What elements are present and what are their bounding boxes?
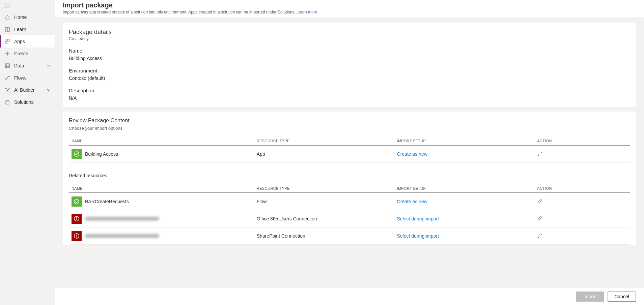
created-by-label: Created by [69, 36, 630, 41]
package-details-card: Package details Created by Name Building… [63, 23, 636, 107]
name-label: Name [69, 48, 630, 54]
review-title: Review Package Content [69, 118, 630, 124]
resource-type: Office 365 Users Connection [254, 210, 394, 227]
svg-rect-6 [8, 39, 10, 41]
svg-point-24 [74, 199, 79, 204]
edit-action-button[interactable] [537, 234, 542, 239]
sidebar-item-label: Create [14, 51, 28, 56]
sidebar-item-label: AI Builder [14, 87, 35, 93]
svg-point-19 [7, 91, 8, 92]
col-action: ACTION [534, 137, 630, 145]
resource-type: Flow [254, 193, 394, 210]
review-subtitle: Choose your import options. [69, 126, 630, 131]
svg-rect-7 [5, 42, 7, 44]
flow-icon [5, 75, 10, 81]
cancel-button[interactable]: Cancel [608, 292, 636, 302]
svg-line-20 [6, 89, 7, 91]
table-row: BARCreateRequests Flow Create as new [69, 193, 630, 210]
svg-rect-10 [5, 64, 9, 68]
resource-type: SharePoint Connection [254, 227, 394, 245]
sidebar-item-flows[interactable]: Flows [0, 72, 55, 84]
ai-icon [5, 87, 10, 93]
sidebar-item-solutions[interactable]: Solutions [0, 96, 55, 108]
page-header: Import package Import canvas app created… [55, 0, 644, 17]
table-row: SharePoint Connection Select during impo… [69, 227, 630, 245]
sidebar-item-label: Flows [14, 75, 27, 81]
chevron-down-icon [46, 63, 51, 68]
sidebar-item-home[interactable]: Home [0, 11, 55, 23]
chevron-down-icon [46, 87, 51, 93]
import-setup-link[interactable]: Select during import [397, 216, 439, 221]
sidebar-item-label: Apps [14, 39, 25, 44]
sidebar: Home Learn Apps Create Data Flows AI Bui… [0, 0, 55, 305]
redacted-name [85, 217, 159, 221]
page-title: Import package [63, 1, 636, 9]
svg-line-21 [7, 89, 9, 91]
sidebar-item-ai-builder[interactable]: AI Builder [0, 84, 55, 96]
learn-more-link[interactable]: Learn more [297, 10, 317, 14]
table-row: Office 365 Users Connection Select durin… [69, 210, 630, 227]
home-icon [5, 14, 10, 20]
svg-rect-22 [6, 101, 9, 104]
environment-label: Environment [69, 68, 630, 73]
sidebar-item-label: Learn [14, 27, 26, 32]
sidebar-item-apps[interactable]: Apps [0, 35, 55, 48]
book-icon [5, 27, 10, 32]
col-action: ACTION [534, 184, 630, 193]
status-error-icon [72, 214, 82, 224]
status-error-icon [72, 231, 82, 241]
svg-point-30 [77, 237, 77, 237]
description-value: N/A [69, 95, 630, 101]
edit-action-button[interactable] [537, 217, 542, 222]
resource-name: BARCreateRequests [85, 199, 129, 204]
col-name: NAME [69, 137, 254, 145]
svg-point-15 [5, 79, 6, 80]
import-setup-link[interactable]: Create as new [397, 151, 427, 157]
sidebar-item-label: Home [14, 14, 27, 20]
sidebar-item-label: Solutions [14, 99, 34, 105]
sidebar-item-data[interactable]: Data [0, 60, 55, 72]
import-setup-link[interactable]: Select during import [397, 233, 439, 239]
col-type: RESOURCE TYPE [254, 137, 394, 145]
plus-icon [5, 51, 10, 56]
sidebar-item-learn[interactable]: Learn [0, 23, 55, 35]
svg-point-17 [5, 88, 7, 89]
environment-value: Contoso (default) [69, 75, 630, 81]
resource-type: App [254, 145, 394, 163]
svg-point-23 [74, 152, 79, 156]
edit-action-button[interactable] [537, 200, 542, 205]
svg-rect-5 [5, 39, 7, 41]
svg-point-27 [77, 220, 77, 220]
solutions-icon [5, 99, 10, 105]
status-ok-icon [72, 149, 82, 159]
hamburger-button[interactable] [0, 0, 55, 11]
edit-action-button[interactable] [537, 152, 542, 157]
content-area: Package details Created by Name Building… [55, 17, 644, 287]
import-setup-link[interactable]: Create as new [397, 199, 427, 204]
page-subtitle: Import canvas app created outside of a s… [63, 10, 636, 14]
related-resources-label: Related resources [69, 173, 636, 178]
sidebar-item-label: Data [14, 63, 24, 68]
footer-bar: Import Cancel [55, 287, 644, 305]
main: Import package Import canvas app created… [55, 0, 644, 305]
svg-point-16 [8, 76, 10, 77]
import-button[interactable]: Import [576, 292, 604, 302]
table-row: Building Access App Create as new [69, 145, 630, 163]
col-type: RESOURCE TYPE [254, 184, 394, 193]
package-details-title: Package details [69, 29, 630, 36]
review-package-card: Review Package Content Choose your impor… [63, 112, 636, 245]
data-icon [5, 63, 10, 68]
apps-icon [5, 39, 10, 44]
name-value: Building Access [69, 56, 630, 61]
menu-icon [4, 3, 10, 7]
status-ok-icon [72, 196, 82, 207]
svg-point-18 [8, 88, 9, 89]
sidebar-item-create[interactable]: Create [0, 48, 55, 60]
col-setup: IMPORT SETUP [394, 137, 535, 145]
package-content-table: NAME RESOURCE TYPE IMPORT SETUP ACTION B… [69, 137, 630, 163]
resource-name: Building Access [85, 151, 118, 157]
col-name: NAME [69, 184, 254, 193]
related-resources-table: NAME RESOURCE TYPE IMPORT SETUP ACTION B… [69, 184, 630, 245]
description-label: Description [69, 88, 630, 93]
col-setup: IMPORT SETUP [394, 184, 535, 193]
